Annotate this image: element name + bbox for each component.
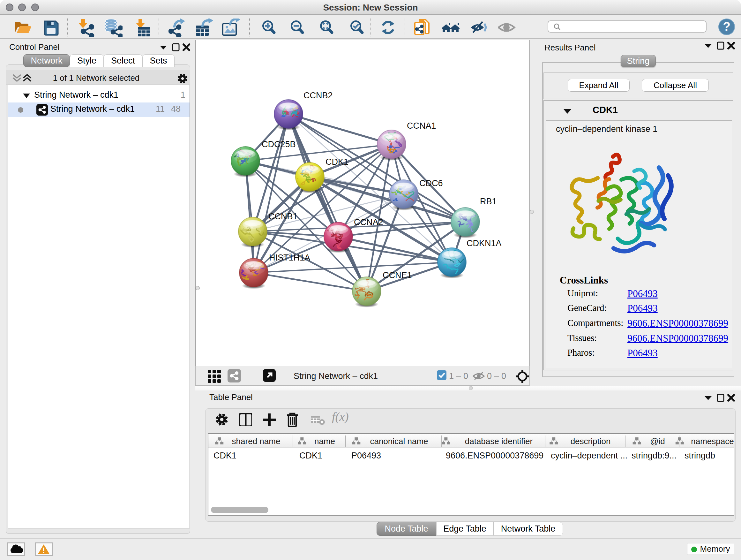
svg-text:CCNB2: CCNB2: [304, 91, 333, 100]
svg-text:HIST1H1A: HIST1H1A: [269, 253, 310, 262]
svg-text:CDKN1A: CDKN1A: [467, 239, 502, 248]
svg-text:CCNE1: CCNE1: [383, 270, 412, 280]
svg-text:RB1: RB1: [480, 197, 497, 206]
svg-text:CCNA1: CCNA1: [407, 121, 436, 131]
svg-text:CCNB1: CCNB1: [268, 212, 298, 221]
svg-text:CCNA2: CCNA2: [354, 217, 383, 227]
svg-text:CDC25B: CDC25B: [262, 139, 296, 149]
svg-text:CDC6: CDC6: [419, 179, 443, 188]
svg-text:CDK1: CDK1: [326, 157, 348, 167]
